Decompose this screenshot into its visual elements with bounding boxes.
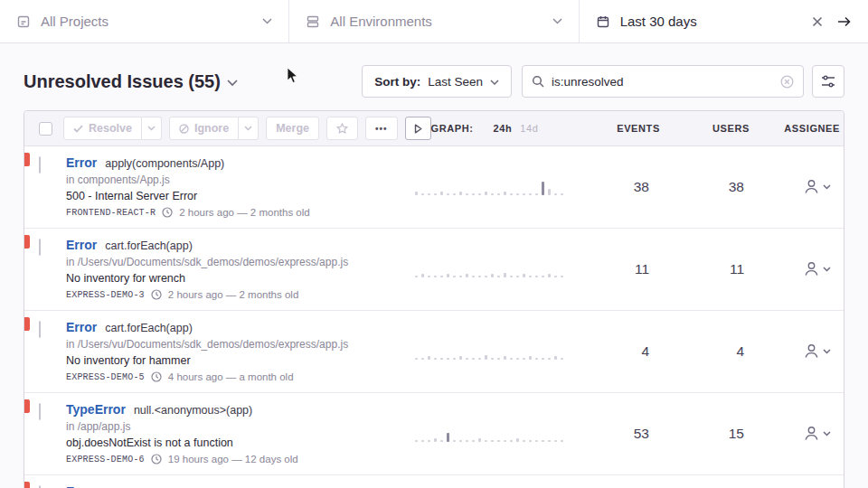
- daterange-selector[interactable]: Last 30 days: [580, 0, 868, 42]
- arrow-right-icon[interactable]: [837, 16, 852, 27]
- global-filter-bar: All Projects All Environments Last 30 da…: [0, 0, 868, 43]
- spark-bar: [453, 276, 456, 277]
- issue-users-count: 15: [658, 426, 753, 442]
- issue-users-count: 38: [658, 179, 753, 195]
- spark-bar: [510, 358, 513, 360]
- assignee-selector[interactable]: [753, 425, 844, 442]
- environment-selector[interactable]: All Environments: [289, 0, 579, 42]
- spark-bar: [453, 193, 456, 195]
- spark-bar: [516, 358, 519, 360]
- spark-bar: [504, 440, 506, 442]
- spark-bar: [428, 356, 430, 359]
- person-icon: [803, 425, 820, 442]
- sparkline: [410, 261, 572, 277]
- spark-bar: [561, 276, 563, 277]
- issue-search: [522, 65, 804, 98]
- graph-range-24h[interactable]: 24h: [494, 123, 513, 134]
- assignee-selector[interactable]: [753, 343, 844, 360]
- environment-selector-label: All Environments: [330, 14, 432, 29]
- spark-bar: [485, 192, 487, 194]
- spark-bar: [535, 193, 538, 195]
- spark-bar: [542, 440, 544, 442]
- spark-bar: [478, 276, 481, 277]
- environments-icon: [306, 14, 320, 29]
- spark-bar: [497, 276, 500, 277]
- realtime-play-button[interactable]: [405, 117, 431, 140]
- spark-bar: [434, 193, 437, 195]
- spark-bar: [510, 193, 513, 195]
- clear-search-icon[interactable]: [780, 75, 794, 89]
- assignee-selector[interactable]: [753, 260, 844, 277]
- issue-age: 2 hours ago — 2 months old: [179, 207, 309, 218]
- row-checkbox[interactable]: [39, 156, 41, 174]
- spark-bar: [421, 440, 424, 442]
- resolve-button[interactable]: Resolve: [63, 117, 142, 140]
- chevron-down-icon: [823, 184, 831, 190]
- page-title[interactable]: Unresolved Issues (55): [24, 71, 238, 92]
- chevron-down-icon: [552, 18, 562, 24]
- search-input[interactable]: [552, 75, 773, 89]
- issue-age: 4 hours ago — a month old: [168, 371, 294, 382]
- spark-bar: [510, 276, 513, 277]
- issue-row[interactable]: TypeError null.<anonymous>(app) in /app/…: [24, 392, 844, 474]
- spark-bar: [548, 440, 551, 442]
- spark-bar: [504, 356, 506, 359]
- sort-prefix-label: Sort by:: [374, 75, 420, 89]
- merge-button[interactable]: Merge: [266, 117, 319, 140]
- issue-summary: Error cart.forEach(app) in /Users/vu/Doc…: [66, 484, 410, 488]
- ignore-button-label: Ignore: [194, 122, 229, 135]
- spark-bar: [516, 193, 519, 195]
- resolve-button-group: Resolve: [63, 117, 162, 140]
- issue-title-link[interactable]: Error: [66, 320, 97, 334]
- spark-bar: [459, 356, 462, 359]
- clear-daterange-icon[interactable]: [812, 16, 823, 27]
- assignee-selector[interactable]: [753, 178, 844, 195]
- issue-summary: Error cart.forEach(app) in /Users/vu/Doc…: [66, 238, 410, 300]
- ellipsis-icon: •••: [375, 124, 388, 134]
- ignore-dropdown-button[interactable]: [239, 117, 259, 140]
- issue-short-id: FRONTEND-REACT-R: [66, 208, 156, 218]
- check-icon: [73, 125, 83, 133]
- spark-bar: [491, 440, 494, 442]
- select-all-checkbox[interactable]: [39, 122, 52, 136]
- spark-bar: [459, 276, 462, 277]
- row-checkbox[interactable]: [39, 239, 41, 256]
- row-checkbox[interactable]: [39, 403, 41, 420]
- spark-bar: [440, 440, 443, 442]
- issue-age: 19 hours ago — 12 days old: [168, 454, 298, 465]
- issue-title-link[interactable]: Error: [66, 238, 97, 252]
- issue-row[interactable]: Error cart.forEach(app) in /Users/vu/Doc…: [24, 310, 844, 392]
- page-header: Unresolved Issues (55) Sort by: Last See…: [24, 65, 844, 98]
- resolve-dropdown-button[interactable]: [142, 117, 162, 140]
- spark-bar: [459, 192, 462, 194]
- graph-column-header: GRAPH: 24h 14d: [431, 123, 586, 134]
- issue-row[interactable]: Error cart.forEach(app) in /Users/vu/Doc…: [24, 474, 844, 488]
- spark-bar: [447, 193, 449, 195]
- clock-icon: [151, 371, 162, 382]
- graph-label: GRAPH:: [431, 123, 474, 134]
- spark-bar: [415, 440, 418, 442]
- star-icon: [336, 123, 348, 134]
- unhandled-indicator: [24, 482, 30, 488]
- spark-bar: [434, 276, 437, 277]
- display-options-button[interactable]: [812, 65, 844, 98]
- issue-culprit: cart.forEach(app): [105, 239, 193, 252]
- issue-row[interactable]: Error apply(components/App) in component…: [24, 146, 844, 228]
- row-checkbox-cell: [24, 484, 66, 488]
- issue-title-link[interactable]: TypeError: [66, 402, 126, 417]
- graph-range-14d[interactable]: 14d: [520, 123, 538, 134]
- unhandled-indicator: [24, 153, 30, 166]
- spark-bar: [529, 276, 532, 277]
- ignore-button[interactable]: Ignore: [169, 117, 239, 140]
- issue-path: in components/App.js: [66, 174, 402, 186]
- bookmark-button[interactable]: [326, 117, 358, 140]
- issue-title-link[interactable]: Error: [66, 155, 97, 170]
- sort-button[interactable]: Sort by: Last Seen: [362, 65, 512, 98]
- chevron-down-icon: [490, 80, 499, 85]
- issue-title-link[interactable]: Error: [66, 484, 97, 488]
- project-selector[interactable]: All Projects: [0, 0, 289, 42]
- row-checkbox[interactable]: [39, 321, 41, 338]
- spark-bar: [535, 440, 538, 442]
- issue-row[interactable]: Error cart.forEach(app) in /Users/vu/Doc…: [24, 228, 844, 310]
- more-actions-button[interactable]: •••: [365, 117, 398, 140]
